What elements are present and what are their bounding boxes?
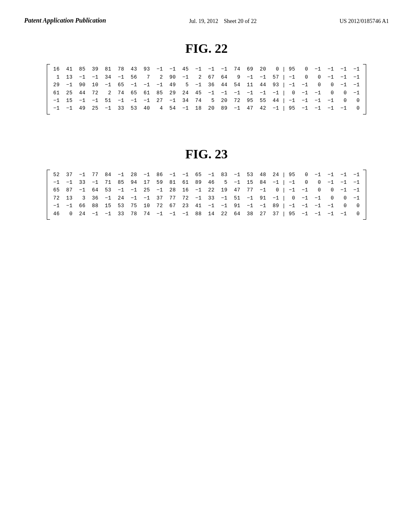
fig22-matrix: 16 41 85 39 81 78 43 93 −1 −1 45 −1 −1 −… [47,64,366,114]
fig23-matrix-container: 52 37 −1 77 84 −1 28 −1 86 −1 −1 65 −1 8… [24,170,389,220]
patent-number: US 2012/0185746 A1 [340,16,389,25]
fig23-section: FIG. 23 52 37 −1 77 84 −1 28 −1 86 −1 −1… [24,147,389,220]
bracket-right-23 [363,170,366,220]
publication-date: Jul. 19, 2012 Sheet 20 of 22 [189,16,257,25]
fig22-title: FIG. 22 [24,41,389,56]
fig22-matrix-container: 16 41 85 39 81 78 43 93 −1 −1 45 −1 −1 −… [24,64,389,114]
page: Patent Application Publication Jul. 19, … [0,0,413,532]
bracket-right [363,64,366,114]
fig23-title: FIG. 23 [24,147,389,162]
publication-title: Patent Application Publication [24,16,106,25]
fig22-section: FIG. 22 16 41 85 39 81 78 43 93 −1 −1 45… [24,41,389,114]
bracket-left [47,64,50,114]
header: Patent Application Publication Jul. 19, … [24,16,389,25]
fig22-matrix-content: 16 41 85 39 81 78 43 93 −1 −1 45 −1 −1 −… [47,64,366,114]
bracket-left-23 [47,170,50,220]
fig23-matrix-content: 52 37 −1 77 84 −1 28 −1 86 −1 −1 65 −1 8… [47,170,366,220]
fig23-matrix: 52 37 −1 77 84 −1 28 −1 86 −1 −1 65 −1 8… [47,170,366,220]
